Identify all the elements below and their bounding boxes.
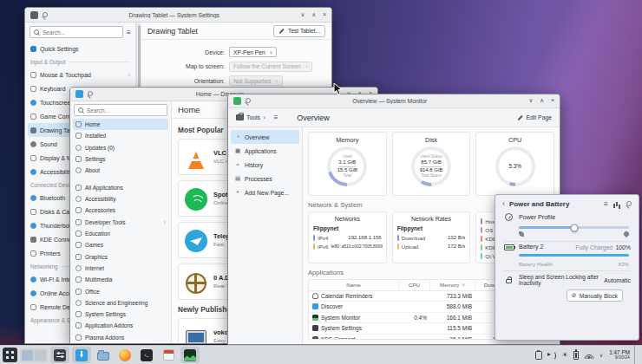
- remote-desktop-icon: [30, 304, 36, 310]
- developer-tools-icon: [75, 219, 82, 225]
- sidebar-item-games[interactable]: Games: [70, 239, 171, 250]
- back-button[interactable]: ‹: [502, 200, 505, 208]
- brightness-icon[interactable]: ☀: [562, 352, 568, 359]
- orientation-label: Orientation:: [148, 78, 225, 84]
- pin-icon[interactable]: [626, 201, 632, 207]
- battery-tray-icon[interactable]: [573, 351, 579, 360]
- manually-block-button[interactable]: ⊘ Manually Block: [567, 289, 623, 302]
- maximize-button[interactable]: ∧: [311, 12, 316, 18]
- clock[interactable]: 1:47 PM 9/30/24: [609, 349, 630, 361]
- hamburger-icon[interactable]: ≡: [273, 114, 278, 121]
- sidebar-item-about[interactable]: About: [70, 165, 171, 176]
- sidebar-item-updates[interactable]: Updates (0): [70, 142, 171, 153]
- settings-titlebar[interactable]: Drawing Tablet — System Settings ∨ ∧ ×: [25, 8, 331, 23]
- edit-page-button[interactable]: Edit Page: [514, 113, 554, 123]
- all-apps-icon: [75, 185, 82, 191]
- tools-menu-button[interactable]: Tools ∨: [233, 113, 268, 122]
- sleep-value: Automatic: [604, 277, 631, 283]
- monitor-toolbar: Tools ∨ ≡ Overview Edit Page: [228, 108, 560, 127]
- clipboard-icon[interactable]: [535, 351, 542, 360]
- settings-sliders-icon: [75, 156, 82, 162]
- slider-thumb[interactable]: [570, 224, 578, 231]
- sound-icon: [30, 141, 36, 147]
- battery-health-value: 83%: [619, 261, 629, 267]
- kde-connect-icon: [30, 237, 36, 243]
- device-select[interactable]: XP-Pen Pen∨: [229, 47, 277, 57]
- sidebar-item-add-new-page[interactable]: +Add New Page...: [231, 185, 299, 199]
- column-name[interactable]: Name: [309, 280, 399, 290]
- tray-expand-icon[interactable]: ∨: [599, 353, 603, 358]
- search-input[interactable]: [43, 29, 119, 36]
- sidebar-item-education[interactable]: Education: [70, 228, 171, 239]
- minimize-button[interactable]: ∨: [300, 12, 305, 18]
- sidebar-item-history[interactable]: ≈History: [231, 158, 299, 172]
- settings-search[interactable]: [29, 26, 123, 38]
- show-desktop-button[interactable]: [634, 346, 639, 364]
- virtual-desktop-2[interactable]: [35, 350, 46, 361]
- sidebar-item-settings[interactable]: Settings: [70, 153, 171, 165]
- task-calendar[interactable]: [159, 347, 178, 363]
- sidebar-item-all-applications[interactable]: All Applications: [70, 182, 171, 193]
- application-launcher-button[interactable]: [3, 348, 17, 362]
- sidebar-item-application-addons[interactable]: Application Addons: [70, 320, 171, 331]
- wifi-icon[interactable]: [584, 352, 594, 359]
- discover-search[interactable]: [74, 104, 167, 116]
- power-profile-slider[interactable]: [519, 226, 629, 229]
- system-tray: ☀ ∨: [535, 351, 606, 360]
- sidebar-item-plasma-addons[interactable]: Plasma Addons: [70, 332, 171, 343]
- sidebar-item-quick-settings[interactable]: Quick Settings: [25, 42, 135, 55]
- sidebar-item-accessibility[interactable]: Accessibility: [70, 193, 171, 205]
- sidebar-item-science-engineering[interactable]: Science and Engineering: [70, 297, 171, 309]
- volume-icon[interactable]: [547, 351, 557, 359]
- sidebar-item-system-settings[interactable]: System Settings: [70, 309, 171, 320]
- task-system-settings[interactable]: [50, 347, 69, 363]
- hamburger-icon[interactable]: ≡: [604, 200, 608, 208]
- pin-icon: [87, 91, 93, 97]
- hamburger-icon[interactable]: ≡: [127, 29, 131, 36]
- stylus-icon: [278, 28, 285, 35]
- 0ad-icon: [184, 270, 208, 294]
- task-firefox[interactable]: [115, 347, 134, 363]
- task-dolphin[interactable]: [94, 347, 113, 363]
- sidebar-item-office[interactable]: Office: [70, 285, 171, 296]
- page-title: Overview: [297, 114, 330, 122]
- column-memory[interactable]: Memory∨: [430, 280, 475, 290]
- pin-icon: [42, 12, 48, 18]
- networks-card: Networks Flippynet IPv4192.168.1.156 IPv…: [308, 211, 387, 263]
- accessibility-icon: [30, 169, 36, 175]
- upload-color-bar: [397, 244, 399, 250]
- monitor-titlebar[interactable]: Overview — System Monitor ∨ ∧ ×: [228, 94, 560, 108]
- task-konsole[interactable]: ›_: [137, 347, 156, 363]
- history-icon: ≈: [234, 162, 241, 168]
- virtual-desktop-1[interactable]: [22, 350, 33, 361]
- sidebar-item-multimedia[interactable]: Multimedia: [70, 274, 171, 285]
- sidebar-item-developer-tools[interactable]: Developer Tools›: [70, 217, 171, 228]
- minimize-button[interactable]: ∨: [528, 98, 533, 104]
- map-to-screen-select: Follow the Current Screen∨: [229, 62, 312, 72]
- ipv6-color-bar: [313, 244, 315, 250]
- thunderbolt-icon: [30, 223, 36, 229]
- pencil-icon: [517, 114, 524, 121]
- close-button[interactable]: ×: [323, 12, 326, 18]
- sidebar-item-processes[interactable]: ▤Processes: [231, 172, 299, 185]
- close-button[interactable]: ×: [551, 98, 554, 104]
- task-discover[interactable]: [72, 347, 91, 363]
- virtual-desktop-pager: [20, 348, 48, 362]
- sidebar-item-home[interactable]: Home: [73, 119, 168, 130]
- system-monitor-app-icon: [233, 97, 241, 105]
- vlc-icon: [184, 145, 208, 169]
- app-addons-icon: [75, 322, 82, 328]
- search-input[interactable]: [87, 107, 163, 114]
- sidebar-item-graphics[interactable]: Graphics: [70, 250, 171, 262]
- sidebar-item-accessories[interactable]: Accessories: [70, 205, 171, 216]
- sidebar-item-overview[interactable]: ◔Overview: [231, 130, 299, 144]
- maximize-button[interactable]: ∧: [540, 98, 544, 104]
- test-tablet-button[interactable]: Test Tablet...: [273, 25, 325, 37]
- sidebar-item-mouse-touchpad[interactable]: Mouse & Touchpad›: [25, 68, 135, 81]
- column-cpu[interactable]: CPU: [399, 280, 430, 290]
- sidebar-item-applications[interactable]: ▦Applications: [231, 144, 299, 158]
- sidebar-item-internet[interactable]: Internet: [70, 263, 171, 274]
- energy-info-icon[interactable]: [613, 201, 620, 208]
- task-system-monitor[interactable]: [180, 347, 200, 363]
- sidebar-item-installed[interactable]: Installed: [70, 130, 171, 141]
